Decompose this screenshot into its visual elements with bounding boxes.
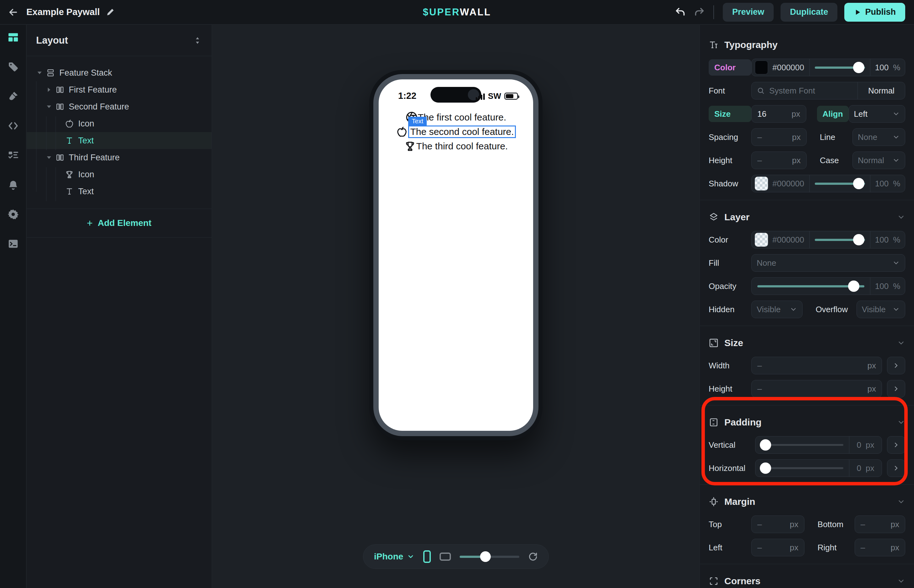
tree-row-first-feature[interactable]: First Feature [27,81,212,98]
padding-header[interactable]: Padding [709,413,905,432]
shadow-percent[interactable]: 100 [875,179,888,189]
feature-text[interactable]: The third cool feature. [416,141,508,152]
width-expand-button[interactable] [887,357,905,374]
layer-color-percent[interactable]: 100 [875,235,888,245]
chevron-down-icon[interactable] [897,498,905,506]
sort-arrows-icon[interactable] [193,36,202,45]
padding-vertical-slider[interactable] [758,436,846,454]
tree-row-text[interactable]: Text [27,183,212,200]
add-element-button[interactable]: + Add Element [87,217,152,229]
margin-header[interactable]: Margin [709,492,905,511]
rail-bell-icon[interactable] [6,178,20,192]
chevron-down-icon[interactable] [897,213,905,221]
padding-horizontal-control[interactable]: 0px [755,459,882,477]
align-dropdown[interactable]: Left [849,105,905,123]
overflow-dropdown[interactable]: Visible [857,300,905,318]
back-button[interactable] [0,6,26,18]
shadow-hex-value[interactable]: #000000 [772,179,809,189]
margin-bottom-input[interactable]: –px [855,515,905,533]
chevron-down-icon[interactable] [897,339,905,347]
rail-gear-icon[interactable] [6,207,20,221]
undo-icon[interactable] [675,6,686,18]
layer-alpha-slider[interactable] [815,231,865,249]
padding-vertical-control[interactable]: 0px [755,436,882,454]
tree-row-second-feature[interactable]: Second Feature [27,98,212,115]
canvas[interactable]: 1:22 SW The first cool feature.TextThe s… [212,25,699,588]
typography-header[interactable]: Typography [709,36,905,54]
opacity-control[interactable]: 100% [751,277,905,295]
selected-text-element[interactable]: TextThe second cool feature. [408,126,515,138]
duplicate-button[interactable]: Duplicate [781,3,838,22]
fill-dropdown[interactable]: None [751,254,905,272]
shadow-color-control[interactable]: #000000 100% [751,175,905,192]
padding-vertical-value[interactable]: 0 [857,440,861,450]
landscape-toggle[interactable] [439,552,451,561]
caret-right-icon[interactable] [44,87,54,93]
case-dropdown[interactable]: Normal [852,152,905,169]
redo-icon[interactable] [693,6,705,18]
height-input[interactable]: – px [751,380,882,397]
rail-tag-icon[interactable] [6,60,20,74]
line-dropdown[interactable]: None [852,128,905,146]
corners-header[interactable]: Corners [709,572,905,588]
margin-left-input[interactable]: –px [751,539,804,556]
align-pill[interactable]: Align [817,106,849,122]
caret-down-icon[interactable] [44,103,54,110]
layer-header[interactable]: Layer [709,208,905,226]
tree-row-icon[interactable]: Icon [27,115,212,132]
opacity-slider[interactable] [754,277,867,295]
color-pill[interactable]: Color [709,59,751,76]
padding-horizontal-expand-button[interactable] [887,459,905,477]
rail-paintbrush-icon[interactable] [6,89,20,103]
line-height-input[interactable]: – px [751,152,807,169]
caret-down-icon[interactable] [35,69,44,76]
color-percent[interactable]: 100 [875,63,888,73]
padding-horizontal-value[interactable]: 0 [857,464,861,473]
rail-checklist-icon[interactable] [6,149,20,162]
preview-button[interactable]: Preview [723,3,774,22]
feature-text[interactable]: The first cool feature. [418,112,506,123]
zoom-slider[interactable] [460,551,519,562]
layer-color-hex[interactable]: #000000 [772,235,809,245]
tree-row-icon[interactable]: Icon [27,166,212,183]
portrait-toggle[interactable] [423,550,431,563]
feature-row[interactable]: TextThe second cool feature. [396,126,515,138]
refresh-icon[interactable] [528,551,538,562]
edit-pencil-icon[interactable] [106,8,115,16]
rail-terminal-icon[interactable] [6,237,20,251]
margin-top-input[interactable]: –px [751,515,804,533]
spacing-input[interactable]: – px [751,128,807,146]
font-search[interactable]: System Font [752,86,857,96]
color-swatch[interactable] [755,61,768,74]
feature-row[interactable]: The third cool feature. [404,140,508,152]
rail-layout-grid-icon[interactable] [6,31,20,44]
chevron-down-icon[interactable] [897,418,905,426]
tree-row-third-feature[interactable]: Third Feature [27,149,212,166]
shadow-alpha-slider[interactable] [815,175,865,192]
shadow-swatch[interactable] [755,177,768,191]
chevron-down-icon[interactable] [897,577,905,585]
margin-right-input[interactable]: –px [855,539,905,556]
size-header[interactable]: Size [709,334,905,352]
width-input[interactable]: – px [751,357,882,374]
opacity-percent[interactable]: 100 [875,281,888,291]
font-control[interactable]: System Font Normal [751,82,905,100]
padding-horizontal-slider[interactable] [758,459,846,477]
font-size-input[interactable]: 16 px [751,105,806,123]
publish-button[interactable]: Publish [844,3,905,22]
height-expand-button[interactable] [887,380,905,397]
tree-row-text[interactable]: Text [27,132,212,149]
size-pill[interactable]: Size [709,106,751,122]
tree-row-feature-stack[interactable]: Feature Stack [27,64,212,81]
text-color-control[interactable]: #000000 100% [751,59,905,76]
layer-color-swatch[interactable] [755,233,768,247]
padding-vertical-expand-button[interactable] [887,436,905,454]
color-alpha-slider[interactable] [815,59,865,76]
iphone-screen[interactable]: 1:22 SW The first cool feature.TextThe s… [379,79,533,431]
caret-down-icon[interactable] [44,154,54,161]
layer-color-control[interactable]: #000000 100% [751,231,905,249]
color-hex-value[interactable]: #000000 [772,63,809,73]
device-select[interactable]: iPhone [374,552,415,562]
rail-code-icon[interactable] [6,119,20,133]
font-weight-value[interactable]: Normal [858,86,905,96]
